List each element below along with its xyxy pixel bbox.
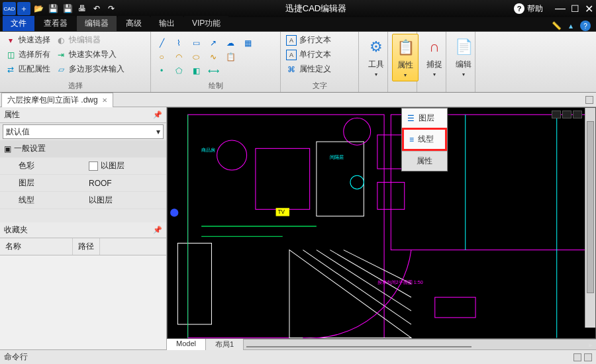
match-prop-button[interactable]: ⇄匹配属性 xyxy=(4,63,52,75)
undo-icon[interactable]: ↶ xyxy=(90,2,103,15)
props-dropdown: ☰图层 ≡线型 属性 xyxy=(401,108,448,171)
tab-file[interactable]: 文件 xyxy=(3,16,34,31)
tab-viewer[interactable]: 查看器 xyxy=(36,16,75,31)
spline-icon[interactable]: ∿ xyxy=(207,51,220,63)
favorites-panel-header: 收藏夹 📌 xyxy=(0,222,166,238)
cmdline-opt2-icon[interactable] xyxy=(584,353,592,361)
mtext-button[interactable]: A多行文本 xyxy=(285,34,354,46)
redo-icon[interactable]: ↷ xyxy=(105,2,118,15)
document-tab[interactable]: 六层按摩包间立面详 .dwg ✕ xyxy=(1,93,113,107)
open-icon[interactable]: 📂 xyxy=(32,2,45,15)
minimize-icon[interactable]: — xyxy=(555,3,566,15)
app-icon[interactable]: CAD xyxy=(3,2,16,15)
cloud-icon[interactable]: ☁ xyxy=(224,37,237,49)
polygon2-icon[interactable]: ⬠ xyxy=(172,65,185,77)
dropdown-item-linetype[interactable]: ≡线型 xyxy=(402,128,447,151)
stext-button[interactable]: A单行文本 xyxy=(285,48,354,61)
info-icon[interactable]: ? xyxy=(580,21,591,31)
edit-button[interactable]: 📄编辑▾ xyxy=(450,34,477,80)
property-row-layer[interactable]: 图层 ROOF xyxy=(0,175,166,192)
ellipse-icon[interactable]: ⬭ xyxy=(189,51,203,63)
help-icon: ? xyxy=(514,3,524,14)
tab-output[interactable]: 输出 xyxy=(151,16,183,31)
scrollbar-thumb[interactable] xyxy=(587,121,594,293)
quick-select-button[interactable]: ▾快速选择 xyxy=(4,34,52,46)
ribbon-tabs: 文件 查看器 编辑器 高级 输出 VIP功能 📏 ▴ ? xyxy=(0,17,596,32)
window-buttons: ? 帮助 — ☐ ✕ xyxy=(514,3,593,15)
quick-editor-button[interactable]: ◐快编辑器 xyxy=(54,34,102,46)
blank1 xyxy=(241,51,254,63)
help-button[interactable]: ? 帮助 xyxy=(514,3,543,15)
rect-icon[interactable]: ▭ xyxy=(189,37,203,49)
app-title: 迅捷CAD编辑器 xyxy=(118,3,514,15)
point-icon[interactable]: • xyxy=(155,65,168,77)
paste-icon[interactable]: 📋 xyxy=(224,51,237,63)
circle-icon[interactable]: ○ xyxy=(155,51,168,63)
pin-icon[interactable]: 📌 xyxy=(153,111,162,119)
layer-icon: ☰ xyxy=(407,114,415,123)
ribbon-group-props: 📋属性▾ xyxy=(388,32,417,92)
svg-text:商品房: 商品房 xyxy=(201,148,215,153)
color-swatch xyxy=(89,161,98,171)
select-all-button[interactable]: ◫选择所有 xyxy=(4,48,52,61)
print-icon[interactable]: 🖶 xyxy=(75,2,89,15)
new-icon[interactable]: ＋ xyxy=(17,2,30,15)
properties-combo[interactable]: 默认值 ▾ xyxy=(3,124,164,139)
model-tab[interactable]: Model xyxy=(167,339,206,350)
expand-icon[interactable]: ▴ xyxy=(566,21,576,31)
tab-options-icon[interactable] xyxy=(585,96,593,104)
collapse-icon: ▣ xyxy=(4,144,11,154)
arrow-icon[interactable]: ↗ xyxy=(207,37,220,49)
svg-point-8 xyxy=(350,175,364,189)
save-icon[interactable]: 💾 xyxy=(46,2,60,15)
tab-editor[interactable]: 编辑器 xyxy=(77,16,117,31)
canvas-close-icon[interactable] xyxy=(573,111,582,118)
property-category-general[interactable]: ▣一般设置 xyxy=(0,140,166,158)
maximize-icon[interactable]: ☐ xyxy=(571,3,579,14)
scrollbar-thumb[interactable] xyxy=(246,346,472,347)
dropdown-item-layer[interactable]: ☰图层 xyxy=(402,109,447,128)
import-solid-button[interactable]: ⇥快速实体导入 xyxy=(54,48,118,61)
dim-icon[interactable]: ⟷ xyxy=(207,65,220,77)
linetype-icon: ≡ xyxy=(409,135,414,144)
col-name[interactable]: 名称 xyxy=(0,238,73,255)
props-button[interactable]: 📋属性▾ xyxy=(392,34,419,81)
vertical-scrollbar[interactable] xyxy=(585,108,595,328)
ribbon-group-draw: ╱ ⌇ ▭ ↗ ☁ ▦ ○ ◠ ⬭ ∿ 📋 • ⬠ ◧ ⟷ 绘制 xyxy=(151,32,281,92)
canvas-min-icon[interactable] xyxy=(552,111,561,118)
import-icon: ⇥ xyxy=(56,50,66,60)
box-icon[interactable]: ◧ xyxy=(189,65,203,77)
poly-solid-button[interactable]: ▱多边形实体输入 xyxy=(54,63,126,75)
col-path[interactable]: 路径 xyxy=(73,238,100,255)
hatch-icon[interactable]: ▦ xyxy=(241,37,254,49)
capture-button[interactable]: ∩捕捉▾ xyxy=(421,34,448,80)
tab-vip[interactable]: VIP功能 xyxy=(184,16,228,31)
saveas-icon[interactable]: 💾 xyxy=(61,2,74,15)
ribbon: ▾快速选择 ◐快编辑器 ◫选择所有 ⇥快速实体导入 ⇄匹配属性 ▱多边形实体输入… xyxy=(0,32,596,93)
cmdline-opt1-icon[interactable] xyxy=(573,353,581,361)
property-row-linetype[interactable]: 线型 以图层 xyxy=(0,192,166,209)
arc-icon[interactable]: ◠ xyxy=(172,51,185,63)
ribbon-group-text: A多行文本 A单行文本 ⌘属性定义 文字 xyxy=(281,32,359,92)
command-line[interactable]: 命令行 xyxy=(0,349,596,364)
quick-access-toolbar: CAD ＋ 📂 💾 💾 🖶 ↶ ↷ xyxy=(3,2,118,15)
layout1-tab[interactable]: 布局1 xyxy=(206,339,244,350)
line-icon[interactable]: ╱ xyxy=(155,37,168,49)
tools-button[interactable]: ⚙工具▾ xyxy=(363,34,389,80)
ruler-icon[interactable]: 📏 xyxy=(551,21,562,31)
sidebar: 属性 📌 默认值 ▾ ▣一般设置 色彩 以图层 图层 ROOF 线型 以图层 收… xyxy=(0,107,167,349)
drawing-canvas[interactable]: 按摩包间2平面图 1:50 商品房 间隔层 TV ☰图层 ≡线型 属性 xyxy=(167,107,596,339)
attdef-button[interactable]: ⌘属性定义 xyxy=(285,63,354,75)
property-row-color[interactable]: 色彩 以图层 xyxy=(0,158,166,175)
tab-advanced[interactable]: 高级 xyxy=(118,16,150,31)
favorites-columns: 名称 路径 xyxy=(0,238,166,255)
svg-rect-3 xyxy=(317,142,364,216)
polyline-icon[interactable]: ⌇ xyxy=(172,37,185,49)
capture-icon: ∩ xyxy=(424,36,445,58)
svg-point-6 xyxy=(344,118,371,145)
pin-icon[interactable]: 📌 xyxy=(153,226,162,234)
main-area: 属性 📌 默认值 ▾ ▣一般设置 色彩 以图层 图层 ROOF 线型 以图层 收… xyxy=(0,107,596,349)
tab-close-icon[interactable]: ✕ xyxy=(102,97,107,104)
canvas-max-icon[interactable] xyxy=(562,111,571,118)
close-icon[interactable]: ✕ xyxy=(585,3,593,15)
